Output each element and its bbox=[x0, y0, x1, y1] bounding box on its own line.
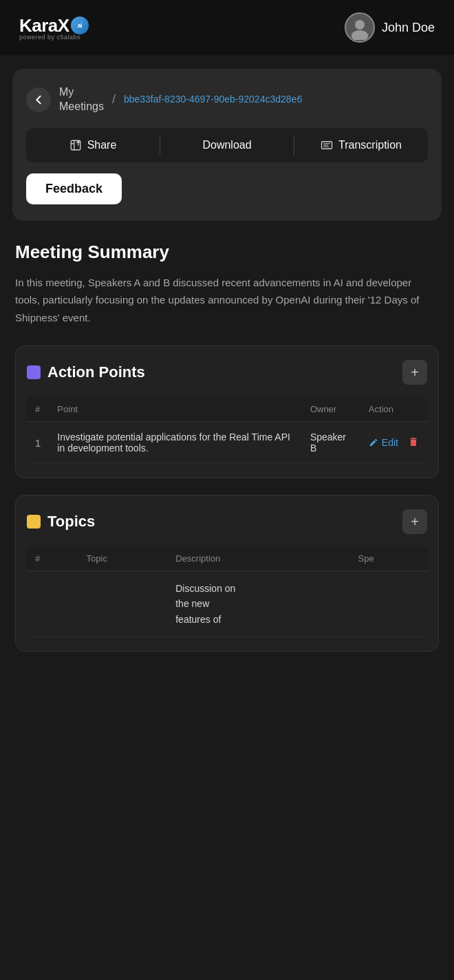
row-point: Investigate potential applications for t… bbox=[49, 422, 302, 464]
topics-header-left: Topics bbox=[27, 513, 95, 531]
topics-section: Topics + # Topic Description Spe Discuss… bbox=[15, 495, 439, 652]
topics-header-row: # Topic Description Spe bbox=[27, 546, 427, 571]
action-points-table-head: # Point Owner Action bbox=[27, 397, 427, 422]
action-points-header-left: Action Points bbox=[27, 363, 145, 381]
topic-row-speaker bbox=[349, 571, 427, 637]
action-points-icon bbox=[27, 365, 41, 379]
user-avatar-icon bbox=[347, 15, 372, 40]
main-content: Meeting Summary In this meeting, Speaker… bbox=[0, 235, 454, 652]
meeting-summary-text: In this meeting, Speakers A and B discus… bbox=[15, 274, 439, 327]
edit-button[interactable]: Edit bbox=[369, 437, 398, 448]
action-points-header-row: # Point Owner Action bbox=[27, 397, 427, 422]
topic-row-description: Discussion onthe newfeatures of bbox=[167, 571, 349, 637]
meeting-summary-title: Meeting Summary bbox=[15, 242, 439, 263]
download-button[interactable]: Download bbox=[160, 131, 294, 160]
svg-point-1 bbox=[355, 20, 365, 30]
share-button[interactable]: Share bbox=[26, 131, 160, 160]
transcription-button[interactable]: Transcription bbox=[294, 131, 428, 160]
action-buttons-row: Share Download Transcription bbox=[26, 128, 428, 162]
transcription-icon bbox=[321, 139, 333, 151]
col-number: # bbox=[27, 397, 49, 422]
col-owner: Owner bbox=[302, 397, 360, 422]
row-action: Edit bbox=[360, 422, 427, 464]
action-points-table-body: 1 Investigate potential applications for… bbox=[27, 422, 427, 464]
topic-row-topic bbox=[78, 571, 168, 637]
logo-dot-icon bbox=[71, 17, 89, 34]
action-points-section: Action Points + # Point Owner Action 1 I… bbox=[15, 345, 439, 478]
row-owner: Speaker B bbox=[302, 422, 360, 464]
header: KaraX powered by c5alabs John Doe bbox=[0, 0, 454, 55]
breadcrumb-separator: / bbox=[112, 92, 116, 107]
action-points-header: Action Points + bbox=[27, 360, 427, 385]
topics-icon bbox=[27, 515, 41, 529]
user-name: John Doe bbox=[382, 21, 435, 35]
topic-col-speaker: Spe bbox=[349, 546, 427, 571]
topic-col-number: # bbox=[27, 546, 78, 571]
action-points-title: Action Points bbox=[47, 363, 145, 381]
delete-icon bbox=[408, 436, 419, 447]
share-label: Share bbox=[87, 139, 117, 151]
topics-table-body: Discussion onthe newfeatures of bbox=[27, 571, 427, 637]
action-points-table: # Point Owner Action 1 Investigate poten… bbox=[27, 397, 427, 464]
back-button[interactable] bbox=[26, 87, 51, 112]
back-icon bbox=[32, 94, 45, 106]
meeting-id: bbe33faf-8230-4697-90eb-92024c3d28e6 bbox=[124, 93, 302, 107]
topics-table: # Topic Description Spe Discussion onthe… bbox=[27, 546, 427, 637]
table-row: 1 Investigate potential applications for… bbox=[27, 422, 427, 464]
breadcrumb: MyMeetings / bbe33faf-8230-4697-90eb-920… bbox=[26, 85, 428, 114]
col-action: Action bbox=[360, 397, 427, 422]
add-action-point-button[interactable]: + bbox=[402, 360, 427, 385]
top-card: MyMeetings / bbe33faf-8230-4697-90eb-920… bbox=[12, 69, 442, 221]
topic-row-number bbox=[27, 571, 78, 637]
topics-table-head: # Topic Description Spe bbox=[27, 546, 427, 571]
download-label: Download bbox=[202, 139, 251, 151]
edit-icon bbox=[369, 438, 378, 447]
edit-label: Edit bbox=[382, 437, 398, 448]
avatar bbox=[345, 12, 375, 43]
logo-sub: powered by c5alabs bbox=[19, 34, 89, 41]
col-point: Point bbox=[49, 397, 302, 422]
transcription-label: Transcription bbox=[338, 139, 402, 151]
add-topic-button[interactable]: + bbox=[402, 509, 427, 534]
logo-text: KaraX bbox=[19, 15, 89, 36]
topic-col-description: Description bbox=[167, 546, 349, 571]
topic-col-topic: Topic bbox=[78, 546, 168, 571]
table-row: Discussion onthe newfeatures of bbox=[27, 571, 427, 637]
topics-header: Topics + bbox=[27, 509, 427, 534]
share-icon bbox=[69, 139, 82, 151]
topics-title: Topics bbox=[47, 513, 95, 531]
my-meetings-link[interactable]: MyMeetings bbox=[59, 85, 104, 114]
delete-button[interactable] bbox=[408, 436, 419, 449]
user-area: John Doe bbox=[345, 12, 435, 43]
action-cell: Edit bbox=[369, 436, 419, 449]
row-number: 1 bbox=[27, 422, 49, 464]
feedback-button[interactable]: Feedback bbox=[26, 173, 122, 204]
logo: KaraX powered by c5alabs bbox=[19, 15, 89, 41]
